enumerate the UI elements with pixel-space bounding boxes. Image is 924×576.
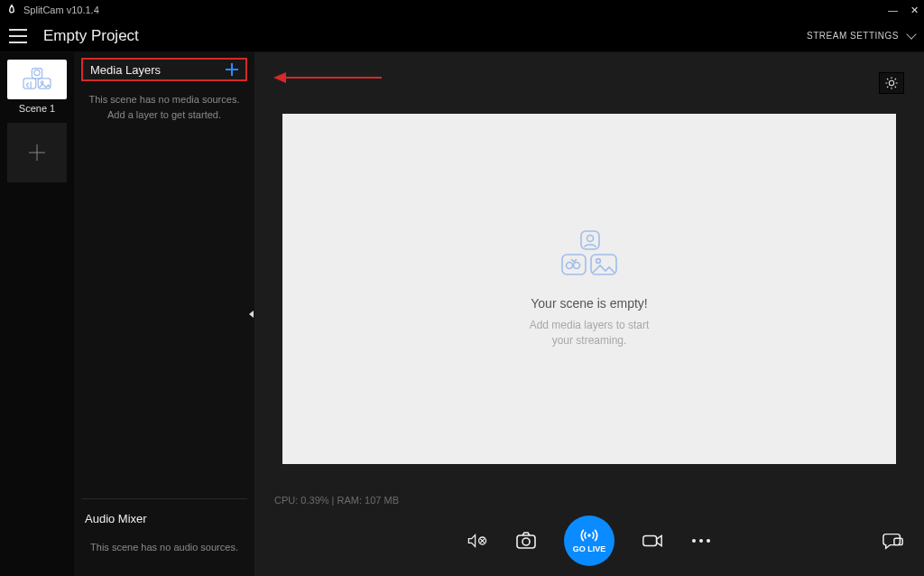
minimize-icon[interactable]: — [888,5,898,16]
svg-rect-14 [517,535,535,548]
media-layers-title: Media Layers [90,63,161,77]
svg-point-5 [889,80,893,85]
layers-panel: Media Layers This scene has no media sou… [74,52,254,576]
stream-settings-label: STREAM SETTINGS [807,31,899,41]
svg-point-9 [567,263,573,269]
snapshot-button[interactable] [515,530,537,552]
scene-canvas[interactable]: Your scene is empty! Add media layers to… [282,114,896,464]
svg-rect-2 [23,79,36,88]
svg-point-0 [34,70,40,75]
svg-point-16 [587,534,591,537]
chevron-down-icon [906,29,916,39]
stream-settings-button[interactable]: STREAM SETTINGS [807,31,915,41]
svg-rect-18 [894,538,902,544]
svg-point-12 [596,259,601,264]
svg-point-4 [41,81,43,84]
audio-mixer-title: Audio Mixer [74,499,254,542]
go-live-button[interactable]: GO LIVE [564,516,614,566]
app-header: Empty Project STREAM SETTINGS [0,20,924,52]
media-layers-header: Media Layers [81,58,247,81]
svg-rect-17 [643,535,657,545]
scene-item[interactable]: Scene 1 [7,60,67,114]
triangle-left-icon [249,311,254,318]
audio-mixer-empty-text: This scene has no audio sources. [74,542,254,576]
go-live-label: GO LIVE [573,544,606,553]
scene-thumbnail [7,60,67,99]
scenes-panel: Scene 1 [0,52,74,576]
empty-scene-title: Your scene is empty! [531,296,647,311]
add-layer-button[interactable] [226,63,238,76]
close-icon[interactable]: ✕ [910,5,919,16]
svg-rect-6 [581,231,599,249]
svg-point-10 [574,263,580,269]
empty-scene-subtitle: Add media layers to start your streaming… [530,318,650,348]
add-scene-button[interactable] [7,123,67,182]
system-stats: CPU: 0.39% | RAM: 107 MB [254,491,924,506]
svg-point-7 [587,236,594,242]
more-button[interactable] [690,530,712,552]
scene-label: Scene 1 [19,103,55,114]
media-layers-empty-text: This scene has no media sources. Add a l… [74,88,254,122]
empty-scene-icon [557,229,622,283]
project-title: Empty Project [43,27,139,45]
brightness-button[interactable] [879,72,904,94]
bottom-toolbar: GO LIVE [254,506,924,576]
app-title: SplitCam v10.1.4 [23,5,99,15]
more-icon [692,539,710,543]
svg-point-15 [522,538,530,545]
preview-area: Your scene is empty! Add media layers to… [254,52,924,576]
plus-icon [29,144,45,161]
record-button[interactable] [642,530,663,552]
chat-button[interactable] [882,530,904,552]
volume-button[interactable] [467,530,488,552]
titlebar: SplitCam v10.1.4 — ✕ [0,0,924,20]
app-logo-icon [5,4,18,16]
menu-icon[interactable] [9,29,27,43]
